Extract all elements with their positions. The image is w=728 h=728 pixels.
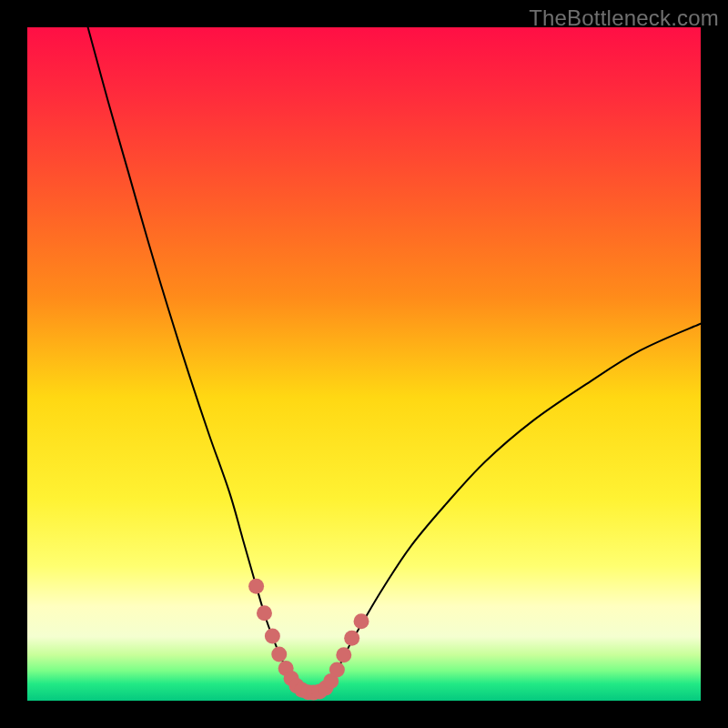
plot-frame	[27, 27, 701, 701]
highlight-dot	[329, 662, 345, 677]
highlight-dot	[265, 628, 280, 643]
highlight-dot	[354, 613, 369, 629]
highlight-dot	[271, 646, 287, 662]
highlight-dot	[257, 605, 272, 621]
highlight-dots-group	[248, 579, 369, 701]
bottleneck-curve	[88, 27, 701, 693]
highlight-dot	[344, 631, 359, 646]
highlight-dot	[248, 579, 264, 594]
watermark-text: TheBottleneck.com	[529, 5, 719, 31]
highlight-dot	[336, 647, 351, 662]
curve-layer	[27, 27, 701, 701]
